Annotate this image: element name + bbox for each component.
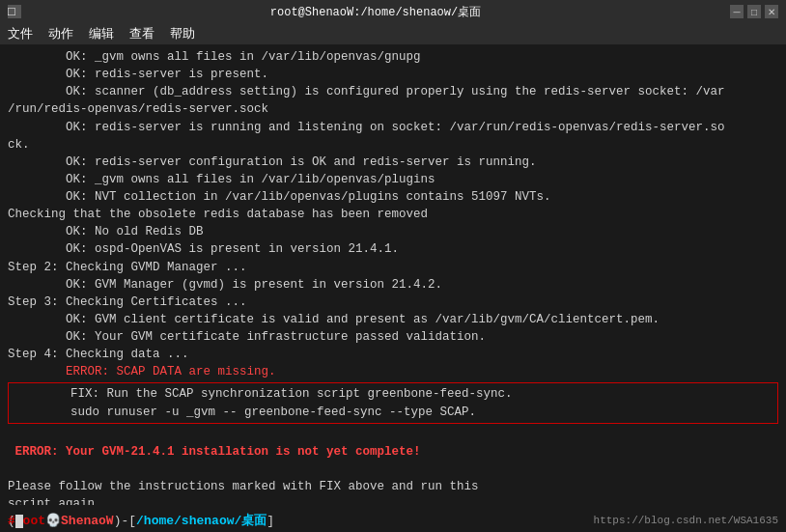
title-bar-controls: ─ □ ✕ <box>730 5 778 18</box>
menu-help[interactable]: 帮助 <box>170 25 195 42</box>
prompt-line: ( root 💀 ShenaoW ) -[ /home/shenaow/桌面 ] <box>8 512 274 529</box>
fix-box: FIX: Run the SCAP synchronization script… <box>8 382 778 423</box>
fix-line-1: FIX: Run the SCAP synchronization script… <box>13 385 773 403</box>
maximize-button[interactable]: □ <box>747 5 761 18</box>
prompt-username: ShenaoW <box>61 514 114 528</box>
menu-file[interactable]: 文件 <box>8 25 33 42</box>
prompt-hash: # <box>8 514 15 528</box>
prompt-path-close: ] <box>267 514 274 528</box>
terminal-window: □ root@ShenaoW:/home/shenaow/桌面 ─ □ ✕ 文件… <box>0 0 786 532</box>
prompt-dash: -[ <box>121 514 136 528</box>
terminal-line: ck. <box>8 136 778 154</box>
terminal-line: Please follow the instructions marked wi… <box>8 478 778 495</box>
bottom-bar: ( root 💀 ShenaoW ) -[ /home/shenaow/桌面 ]… <box>0 505 786 532</box>
prompt-close-paren: ) <box>114 514 122 528</box>
window-icon: □ <box>8 5 21 18</box>
terminal-line: Checking that the obsolete redis databas… <box>8 206 778 223</box>
terminal-line: OK: _gvm owns all files in /var/lib/open… <box>8 48 778 66</box>
menu-edit[interactable]: 编辑 <box>89 25 114 42</box>
terminal-line: OK: _gvm owns all files in /var/lib/open… <box>8 171 778 188</box>
window-title: root@ShenaoW:/home/shenaow/桌面 <box>270 4 481 20</box>
terminal-line-big-error: ERROR: Your GVM-21.4.1 installation is n… <box>8 443 778 461</box>
terminal-line: /run/redis-openvas/redis-server.sock <box>8 100 778 118</box>
title-bar: □ root@ShenaoW:/home/shenaow/桌面 ─ □ ✕ <box>0 0 786 23</box>
terminal-line: OK: No old Redis DB <box>8 223 778 240</box>
terminal-line: OK: redis-server is present. <box>8 66 778 83</box>
terminal-line: OK: scanner (db_address setting) is conf… <box>8 83 778 100</box>
terminal-line: OK: NVT collection in /var/lib/openvas/p… <box>8 188 778 206</box>
close-button[interactable]: ✕ <box>765 5 778 18</box>
terminal-line: OK: redis-server configuration is OK and… <box>8 154 778 171</box>
terminal-line: OK: Your GVM certificate infrastructure … <box>8 328 778 346</box>
menu-bar: 文件 动作 编辑 查看 帮助 <box>0 23 786 44</box>
terminal-line: Step 3: Checking Certificates ... <box>8 294 778 311</box>
terminal-line <box>8 426 778 443</box>
command-line: # <box>8 514 23 528</box>
terminal-line-error: ERROR: SCAP DATA are missing. <box>8 363 778 380</box>
terminal-line: Step 4: Checking data ... <box>8 346 778 363</box>
terminal-line <box>8 461 778 478</box>
terminal-line: OK: GVM Manager (gvmd) is present in ver… <box>8 276 778 294</box>
prompt-path: /home/shenaow/桌面 <box>136 512 267 529</box>
terminal-line: OK: redis-server is running and listenin… <box>8 119 778 136</box>
terminal-line: Step 2: Checking GVMD Manager ... <box>8 259 778 276</box>
watermark: https://blog.csdn.net/WSA1635 <box>594 515 778 526</box>
cursor <box>15 515 23 528</box>
terminal-body[interactable]: OK: _gvm owns all files in /var/lib/open… <box>0 44 786 505</box>
terminal-line: script again. <box>8 495 778 505</box>
menu-action[interactable]: 动作 <box>48 25 73 42</box>
title-bar-left: □ <box>8 5 21 18</box>
menu-view[interactable]: 查看 <box>129 25 154 42</box>
fix-line-2: sudo runuser -u _gvm -- greenbone-feed-s… <box>13 404 773 421</box>
terminal-line: OK: GVM client certificate is valid and … <box>8 311 778 328</box>
terminal-line: OK: ospd-OpenVAS is present in version 2… <box>8 240 778 258</box>
minimize-button[interactable]: ─ <box>730 5 744 18</box>
prompt-skull-icon: 💀 <box>45 513 61 528</box>
